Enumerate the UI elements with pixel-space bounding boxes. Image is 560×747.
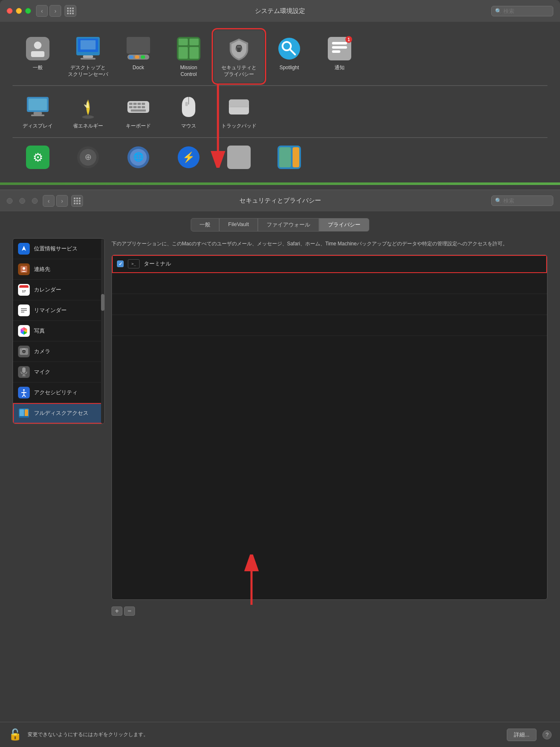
svg-rect-61 bbox=[293, 147, 299, 167]
terminal-prompt-text: >_ bbox=[132, 262, 136, 266]
icon-trackpad[interactable]: トラックパッド bbox=[214, 88, 264, 135]
sidebar-item-contacts[interactable]: 連絡先 bbox=[13, 259, 104, 280]
icon-mouse[interactable]: マウス bbox=[163, 88, 214, 135]
svg-point-1 bbox=[34, 42, 41, 49]
dock-label: Dock bbox=[132, 65, 144, 71]
minimize-button[interactable] bbox=[16, 8, 22, 14]
sidebar-item-reminders[interactable]: リマインダー bbox=[13, 300, 104, 321]
bottom-traffic-lights bbox=[7, 198, 38, 204]
security-privacy-label: セキュリティとプライバシー bbox=[221, 65, 257, 78]
icon-security-privacy[interactable]: セキュリティとプライバシー bbox=[214, 30, 264, 83]
bottom-titlebar: ‹ › セキュリティとプライバシー 🔍 bbox=[0, 190, 560, 211]
full-disk-label: フルディスクアクセス bbox=[34, 409, 88, 417]
svg-text:17: 17 bbox=[22, 289, 26, 293]
photos-icon bbox=[18, 325, 30, 337]
top-search-input[interactable] bbox=[503, 8, 550, 14]
mouse-label: マウス bbox=[181, 123, 196, 130]
sidebar-item-photos[interactable]: 写真 bbox=[13, 321, 104, 341]
svg-text:⚡: ⚡ bbox=[182, 151, 195, 163]
bottom-minimize[interactable] bbox=[19, 198, 25, 204]
bottom-search-box[interactable]: 🔍 bbox=[491, 195, 553, 206]
terminal-list-item[interactable]: ✓ >_ ターミナル bbox=[112, 255, 547, 273]
icon-notifications[interactable]: 1 通知 bbox=[314, 30, 365, 83]
svg-rect-14 bbox=[179, 39, 188, 45]
svg-rect-38 bbox=[129, 106, 132, 108]
bottom-search-input[interactable] bbox=[503, 198, 550, 204]
bottom-grid-button[interactable] bbox=[71, 195, 83, 207]
terminal-checkbox[interactable]: ✓ bbox=[117, 260, 124, 267]
icon-spotlight[interactable]: Spotlight bbox=[264, 30, 314, 83]
calendar-icon: 17 bbox=[18, 284, 30, 296]
top-window: ‹ › システム環境設定 🔍 bbox=[0, 0, 560, 189]
scrollbar-thumb[interactable] bbox=[101, 294, 104, 311]
back-button[interactable]: ‹ bbox=[36, 5, 48, 17]
keyboard-icon bbox=[125, 94, 152, 120]
svg-point-66 bbox=[23, 267, 25, 270]
svg-rect-34 bbox=[129, 103, 132, 105]
icon-partial-6[interactable] bbox=[264, 141, 314, 174]
bottom-back-button[interactable]: ‹ bbox=[43, 195, 54, 207]
sidebar-item-camera[interactable]: カメラ bbox=[13, 341, 104, 362]
icon-partial-5[interactable] bbox=[214, 141, 264, 174]
tab-privacy[interactable]: プライバシー bbox=[319, 218, 369, 232]
maximize-button[interactable] bbox=[25, 8, 31, 14]
detail-button[interactable]: 詳細... bbox=[507, 729, 537, 741]
svg-rect-60 bbox=[279, 147, 291, 167]
contacts-icon bbox=[18, 263, 30, 275]
bottom-nav-buttons: ‹ › bbox=[43, 195, 68, 207]
close-button[interactable] bbox=[7, 8, 13, 14]
trackpad-label: トラックパッド bbox=[221, 123, 257, 130]
bottom-close[interactable] bbox=[7, 198, 13, 204]
tab-firewall[interactable]: ファイアウォール bbox=[258, 218, 319, 232]
icon-desktop-screensaver[interactable]: デスクトップとスクリーンセーバ bbox=[63, 30, 113, 83]
bottom-maximize[interactable] bbox=[32, 198, 38, 204]
scrollbar-track[interactable] bbox=[101, 239, 104, 424]
keyboard-label: キーボード bbox=[126, 123, 151, 130]
svg-point-32 bbox=[82, 115, 94, 119]
svg-rect-15 bbox=[189, 39, 199, 45]
dock-icon bbox=[125, 35, 152, 62]
grid-icon bbox=[67, 8, 74, 14]
svg-rect-37 bbox=[142, 103, 145, 105]
accessibility-label: アクセシビリティ bbox=[34, 389, 78, 396]
sidebar-item-location[interactable]: 位置情報サービス bbox=[13, 239, 104, 259]
checkmark-icon: ✓ bbox=[119, 261, 122, 267]
energy-icon bbox=[75, 94, 101, 120]
forward-button[interactable]: › bbox=[49, 5, 61, 17]
top-search-box[interactable]: 🔍 bbox=[491, 6, 553, 16]
icon-dock[interactable]: Dock bbox=[113, 30, 163, 83]
svg-rect-10 bbox=[129, 55, 133, 59]
location-icon bbox=[18, 243, 30, 255]
tab-general[interactable]: 一般 bbox=[191, 218, 219, 232]
help-button[interactable]: ? bbox=[542, 730, 552, 739]
svg-rect-80 bbox=[22, 367, 26, 373]
icon-energy[interactable]: 省エネルギー bbox=[63, 88, 113, 135]
tab-filevault[interactable]: FileVault bbox=[219, 218, 258, 232]
spotlight-icon bbox=[276, 35, 303, 62]
bottom-bar: 🔓 変更できないようにするにはカギをクリックします。 詳細... ? bbox=[0, 722, 560, 747]
icon-display[interactable]: ディスプレイ bbox=[13, 88, 63, 135]
sidebar-item-full-disk[interactable]: フルディスクアクセス bbox=[13, 403, 104, 424]
icon-partial-3[interactable]: 🌐 bbox=[113, 141, 163, 174]
icon-keyboard[interactable]: キーボード bbox=[113, 88, 163, 135]
icon-partial-1[interactable]: ⚙ bbox=[13, 141, 63, 174]
icons-row-1: 一般 デスクトップとスクリーンセーバ bbox=[13, 30, 547, 83]
sidebar-item-microphone[interactable]: マイク bbox=[13, 362, 104, 383]
bottom-search-icon: 🔍 bbox=[495, 198, 502, 204]
icon-mission-control[interactable]: MissionControl bbox=[163, 30, 214, 83]
bottom-grid-icon bbox=[74, 198, 80, 204]
lock-icon[interactable]: 🔓 bbox=[8, 728, 22, 741]
remove-button[interactable]: − bbox=[124, 606, 135, 616]
security-privacy-icon bbox=[226, 35, 252, 62]
location-label: 位置情報サービス bbox=[34, 245, 78, 252]
sidebar-item-calendar[interactable]: 17 カレンダー bbox=[13, 280, 104, 300]
icon-partial-4[interactable]: ⚡ bbox=[163, 141, 214, 174]
grid-view-button[interactable] bbox=[65, 5, 76, 17]
icon-partial-2[interactable]: ⊕ bbox=[63, 141, 113, 174]
add-button[interactable]: + bbox=[111, 606, 122, 616]
sidebar-item-accessibility[interactable]: アクセシビリティ bbox=[13, 383, 104, 403]
sidebar-wrapper: 位置情報サービス 連絡先 bbox=[13, 238, 105, 616]
reminders-label: リマインダー bbox=[34, 307, 67, 314]
icon-general[interactable]: 一般 bbox=[13, 30, 63, 83]
bottom-forward-button[interactable]: › bbox=[56, 195, 68, 207]
